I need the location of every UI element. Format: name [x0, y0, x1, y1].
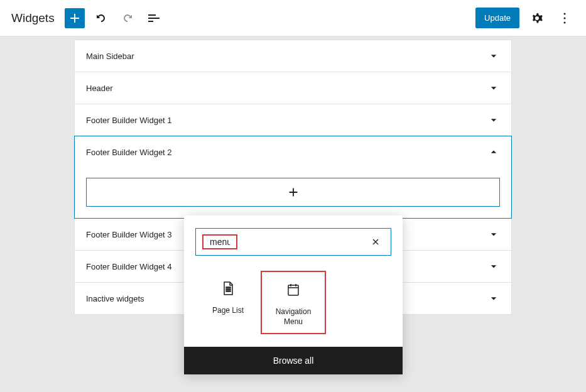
search-box[interactable]: [195, 228, 391, 256]
plus-icon: [67, 11, 82, 26]
page-title: Widgets: [11, 11, 55, 25]
panel-footer-1: Footer Builder Widget 1: [74, 104, 512, 136]
add-block-area[interactable]: [86, 178, 500, 207]
panel-label: Inactive widgets: [86, 294, 144, 303]
panel-header-footer-2[interactable]: Footer Builder Widget 2: [75, 136, 511, 168]
panel-header-main-sidebar[interactable]: Main Sidebar: [75, 40, 511, 72]
block-results: Page List Navigation Menu: [184, 262, 403, 315]
gear-icon: [529, 11, 545, 26]
svg-point-1: [564, 17, 566, 19]
block-item-navigation-menu[interactable]: Navigation Menu: [261, 271, 326, 315]
panel-header-header[interactable]: Header: [75, 72, 511, 104]
search-input[interactable]: [207, 237, 232, 247]
block-item-page-list[interactable]: Page List: [195, 271, 261, 315]
panel-body-footer-2: [75, 168, 511, 218]
clear-search-button[interactable]: [367, 233, 384, 251]
update-button[interactable]: Update: [475, 8, 519, 28]
list-view-button[interactable]: [144, 8, 164, 28]
panel-header-area: Header: [74, 72, 512, 104]
settings-button[interactable]: [527, 8, 547, 28]
plus-icon: [286, 185, 300, 199]
chevron-down-icon: [487, 50, 500, 62]
kebab-icon: [557, 11, 572, 26]
panel-header-footer-1[interactable]: Footer Builder Widget 1: [75, 104, 511, 136]
toolbar: Widgets Update: [0, 0, 586, 36]
undo-icon: [94, 11, 109, 26]
panel-label: Footer Builder Widget 1: [86, 116, 172, 125]
panel-label: Footer Builder Widget 4: [86, 262, 172, 271]
toolbar-right: Update: [475, 8, 575, 28]
panel-label: Footer Builder Widget 2: [86, 148, 172, 157]
svg-point-2: [564, 21, 566, 23]
panel-label: Header: [86, 84, 113, 93]
redo-button[interactable]: [117, 8, 138, 28]
svg-rect-3: [288, 285, 298, 295]
search-row: [184, 215, 403, 262]
chevron-down-icon: [487, 82, 500, 94]
panel-footer-2: Footer Builder Widget 2: [74, 136, 512, 219]
add-block-button[interactable]: [65, 8, 85, 28]
list-view-icon: [146, 11, 161, 26]
chevron-down-icon: [487, 292, 500, 305]
calendar-icon: [286, 282, 301, 297]
panel-main-sidebar: Main Sidebar: [74, 40, 512, 72]
chevron-down-icon: [487, 114, 500, 126]
page-list-icon: [220, 281, 236, 296]
more-options-button[interactable]: [555, 8, 575, 28]
redo-icon: [120, 11, 135, 26]
chevron-up-icon: [487, 146, 500, 158]
search-value-highlight: [202, 234, 237, 249]
block-inserter-popover: Page List Navigation Menu Browse all: [184, 215, 403, 315]
chevron-down-icon: [487, 260, 500, 273]
close-icon: [371, 237, 381, 247]
svg-point-0: [564, 13, 566, 14]
panel-label: Main Sidebar: [86, 52, 134, 61]
chevron-down-icon: [487, 228, 500, 241]
panel-label: Footer Builder Widget 3: [86, 230, 172, 239]
block-label: Page List: [212, 306, 244, 315]
block-label: Navigation Menu: [266, 307, 321, 315]
toolbar-left: Widgets: [11, 8, 475, 28]
undo-button[interactable]: [91, 8, 111, 28]
